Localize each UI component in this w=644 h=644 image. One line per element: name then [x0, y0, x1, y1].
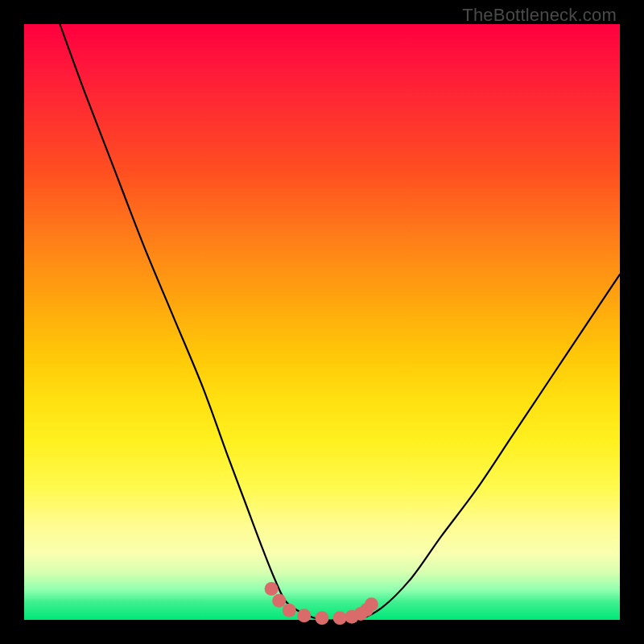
- chart-frame: TheBottleneck.com: [0, 0, 644, 644]
- highlight-dot: [316, 611, 329, 625]
- highlight-dot: [265, 582, 279, 596]
- highlight-dot: [365, 597, 378, 611]
- highlight-dot: [283, 604, 296, 617]
- highlight-dot: [333, 611, 347, 625]
- highlight-dot: [272, 594, 286, 608]
- watermark-text: TheBottleneck.com: [462, 5, 617, 26]
- bottleneck-curve: [60, 24, 620, 621]
- highlight-dot: [297, 609, 311, 622]
- chart-svg: [24, 24, 620, 620]
- highlight-dots: [265, 582, 378, 625]
- plot-area: [24, 24, 620, 620]
